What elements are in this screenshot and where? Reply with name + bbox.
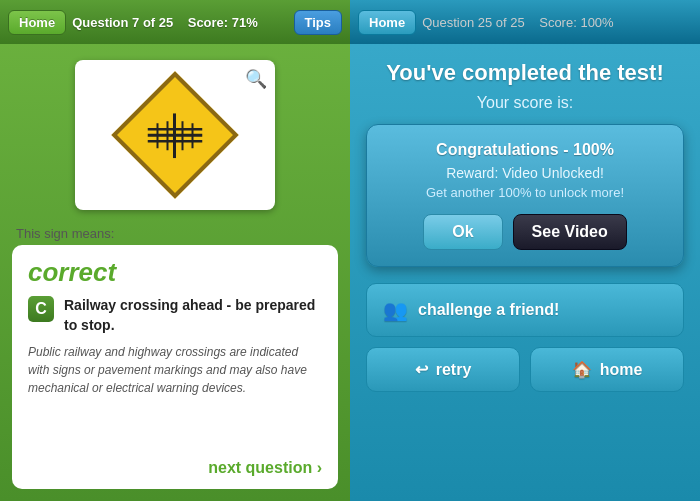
correct-label: correct: [28, 257, 322, 288]
retry-button[interactable]: ↩ retry: [366, 347, 520, 392]
explanation-text: Public railway and highway crossings are…: [28, 343, 322, 397]
reward-text: Reward: Video Unlocked!: [383, 165, 667, 181]
home-icon: 🏠: [572, 360, 592, 379]
sign-box: 🔍: [75, 60, 275, 210]
answer-row: C Railway crossing ahead - be prepared t…: [28, 296, 322, 335]
right-panel: Home Question 25 of 25 Score: 100% You'v…: [350, 0, 700, 501]
next-question-button[interactable]: next question ›: [28, 455, 322, 477]
completion-title: You've completed the test!: [350, 44, 700, 90]
right-header: Home Question 25 of 25 Score: 100%: [350, 0, 700, 44]
people-icon: 👥: [383, 298, 408, 322]
left-header: Home Question 7 of 25 Score: 71% Tips: [0, 0, 350, 44]
ok-button[interactable]: Ok: [423, 214, 502, 250]
answer-text: Railway crossing ahead - be prepared to …: [64, 296, 322, 335]
unlock-more-text: Get another 100% to unlock more!: [383, 185, 667, 200]
railway-crossing-svg: [148, 113, 203, 158]
retry-icon: ↩: [415, 360, 428, 379]
home-button-bottom[interactable]: 🏠 home: [530, 347, 684, 392]
question-info-left: Question 7 of 25 Score: 71%: [72, 15, 287, 30]
magnify-icon[interactable]: 🔍: [245, 68, 267, 90]
home-button-right[interactable]: Home: [358, 10, 416, 35]
home-button-left[interactable]: Home: [8, 10, 66, 35]
congrats-modal: Congratulations - 100% Reward: Video Unl…: [366, 124, 684, 267]
challenge-friend-button[interactable]: 👥 challenge a friend!: [366, 283, 684, 337]
left-panel: Home Question 7 of 25 Score: 71% Tips: [0, 0, 350, 501]
retry-home-row: ↩ retry 🏠 home: [366, 347, 684, 392]
answer-card: correct C Railway crossing ahead - be pr…: [12, 245, 338, 489]
action-buttons: 👥 challenge a friend! ↩ retry 🏠 home: [350, 283, 700, 392]
sign-container: 🔍: [0, 44, 350, 226]
congrats-title: Congratulations - 100%: [383, 141, 667, 159]
see-video-button[interactable]: See Video: [513, 214, 627, 250]
question-info-right: Question 25 of 25 Score: 100%: [422, 15, 692, 30]
score-label: Your score is:: [350, 90, 700, 124]
sign-label: This sign means:: [0, 226, 350, 245]
tips-button[interactable]: Tips: [294, 10, 343, 35]
answer-letter: C: [28, 296, 54, 322]
modal-buttons: Ok See Video: [383, 214, 667, 250]
railway-sign: [111, 71, 238, 198]
